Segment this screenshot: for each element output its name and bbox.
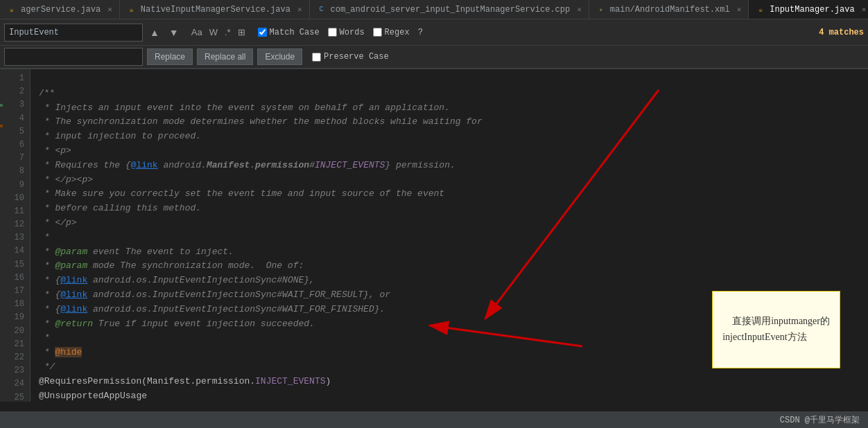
tab-inputmanager[interactable]: ☕ InputManager.java ✕ xyxy=(749,0,868,19)
match-case-option[interactable]: Match Case xyxy=(258,28,320,37)
cpp-icon: C xyxy=(317,5,327,15)
tab-label-5: InputManager.java xyxy=(770,5,854,15)
filter-button[interactable]: ⊞ xyxy=(235,26,248,39)
editor-area: 12345 678910 1112131415 1617181920 21222… xyxy=(0,69,868,402)
whole-word-button[interactable]: W xyxy=(207,26,220,39)
words-label: Words xyxy=(340,28,365,37)
java-icon-5: ☕ xyxy=(756,5,765,15)
search-bar: ▲ ▼ Aa W .* ⊞ Match Case Words Regex ? 4… xyxy=(0,19,868,46)
match-case-label: Match Case xyxy=(270,28,320,37)
tab-bar: ☕ agerService.java ✕ ☕ NativeInputManage… xyxy=(0,0,868,19)
replace-row: Replace Replace all Exclude Preserve Cas… xyxy=(0,46,868,69)
tab-close-5[interactable]: ✕ xyxy=(862,5,867,14)
words-checkbox[interactable] xyxy=(328,28,337,37)
status-right: CSDN @千里马学框架 xyxy=(780,414,860,426)
line-numbers: 12345 678910 1112131415 1617181920 21222… xyxy=(6,69,31,402)
help-icon[interactable]: ? xyxy=(418,28,423,37)
replace-button[interactable]: Replace xyxy=(147,48,193,65)
search-prev-button[interactable]: ▲ xyxy=(147,26,162,39)
tab-close-2[interactable]: ✕ xyxy=(297,5,302,14)
tab-close-1[interactable]: ✕ xyxy=(107,5,112,14)
tab-label-2: NativeInputManagerService.java xyxy=(141,5,290,15)
regex-button[interactable]: .* xyxy=(222,26,234,39)
left-gutter xyxy=(0,69,6,402)
tab-cpp[interactable]: C com_android_server_input_InputManagerS… xyxy=(310,0,589,19)
tab-label-3: com_android_server_input_InputManagerSer… xyxy=(331,5,571,15)
java-icon-1: ☕ xyxy=(7,5,17,15)
case-sensitive-button[interactable]: Aa xyxy=(189,26,205,39)
search-input-wrap xyxy=(4,24,143,42)
status-bar: CSDN @千里马学框架 xyxy=(0,411,868,428)
matches-count: 4 matches xyxy=(819,28,864,37)
search-options: Match Case Words Regex ? xyxy=(258,28,423,37)
search-input[interactable] xyxy=(9,28,120,37)
preserve-case-option[interactable]: Preserve Case xyxy=(312,52,389,62)
tab-label-1: agerService.java xyxy=(21,5,101,15)
preserve-case-label: Preserve Case xyxy=(324,52,389,62)
matches-badge: 4 matches xyxy=(819,28,864,37)
search-next-button[interactable]: ▼ xyxy=(166,26,182,39)
tab-label-4: main/AndroidManifest.xml xyxy=(610,5,730,15)
replace-input[interactable] xyxy=(9,52,120,62)
gutter-marker-2 xyxy=(0,125,3,127)
tab-close-4[interactable]: ✕ xyxy=(737,5,742,14)
tab-nativeinput[interactable]: ☕ NativeInputManagerService.java ✕ xyxy=(120,0,310,19)
replace-all-button[interactable]: Replace all xyxy=(197,48,253,65)
code-editor[interactable]: /** * Injects an input event into the ev… xyxy=(31,69,868,402)
words-option[interactable]: Words xyxy=(328,28,365,37)
exclude-button[interactable]: Exclude xyxy=(257,48,302,65)
gutter-marker-1 xyxy=(0,104,3,107)
tab-close-3[interactable]: ✕ xyxy=(577,5,582,14)
regex-checkbox[interactable] xyxy=(373,28,382,37)
match-case-checkbox[interactable] xyxy=(258,28,267,37)
preserve-case-checkbox[interactable] xyxy=(312,53,321,62)
search-toolbar-icons: Aa W .* ⊞ xyxy=(189,26,248,39)
xml-icon: ✦ xyxy=(596,5,606,15)
java-icon-2: ☕ xyxy=(127,5,137,15)
regex-label: Regex xyxy=(385,28,410,37)
replace-input-wrap xyxy=(4,48,143,66)
regex-option[interactable]: Regex xyxy=(373,28,410,37)
tab-manifest[interactable]: ✦ main/AndroidManifest.xml ✕ xyxy=(589,0,749,19)
tab-agerservice[interactable]: ☕ agerService.java ✕ xyxy=(0,0,120,19)
